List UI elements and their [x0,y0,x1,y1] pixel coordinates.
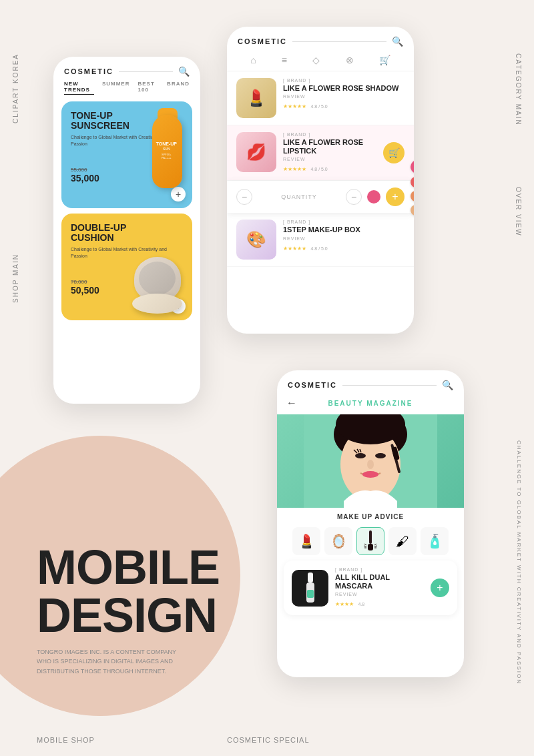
phone1-product1-card: TONE-UP SUNSCREEN Challenge to Global Ma… [61,101,192,208]
phone2-nav-circle-icon[interactable]: ⊗ [346,55,354,65]
phone1-product2-title2: CUSHION [71,233,183,243]
phone3-product-card: [ BRAND ] ALL KILL DUAL MASCARA REVIEW ★… [284,560,457,615]
phone3-makeup-products-row: 💄 🪞 🖌 🧴 [277,524,464,560]
phone3-product-review-label: REVIEW [335,592,424,597]
svg-rect-14 [368,544,373,550]
phone1-search-line [119,71,173,72]
phone2-search-icon[interactable]: 🔍 [392,36,403,47]
phone3-product-name: ALL KILL DUAL MASCARA [335,573,424,591]
phone2-swatch3[interactable] [411,191,414,202]
phone2-nav-menu-icon[interactable]: ≡ [282,55,287,65]
phone2-product3-tag: [ BRAND ] [283,220,405,224]
svg-point-4 [375,453,386,458]
phone2-nav-icons: ⌂ ≡ ◇ ⊗ 🛒 [227,51,414,71]
phone3-mockup: COSMETIC 🔍 ← BEAUTY MAGAZINE [277,370,464,677]
phone3-makeup-tube-icon[interactable]: 🧴 [421,527,449,555]
phone1-nav-new-trends[interactable]: NEW TRENDS [64,81,94,95]
phone3-makeup-foundation-icon[interactable]: 🪞 [324,527,352,555]
phone3-product-stars: ★★★★ [335,601,354,607]
svg-line-18 [374,544,376,545]
phone1-header: COSMETIC 🔍 [53,57,200,81]
mobile-design-section: MOBILE DESIGN TONGRO IMAGES INC. IS A CO… [37,543,220,676]
mobile-design-title-line1: MOBILE [37,543,220,591]
phone3-hero-image [277,414,464,508]
phone2-qty-minus2-btn[interactable]: − [346,189,362,205]
phone2-product3-review-label: REVIEW [283,236,405,241]
phone3-search-icon[interactable]: 🔍 [442,380,453,390]
phone2-product1-rating: ★★★★★ 4.8 / 5.0 [283,99,405,111]
svg-rect-13 [369,530,372,544]
phone3-header: COSMETIC 🔍 [277,370,464,394]
phone2-nav-cart-icon[interactable]: 🛒 [379,55,390,65]
svg-line-19 [374,546,377,546]
svg-point-9 [362,471,378,478]
phone3-back-btn[interactable]: ← [286,397,297,409]
phone1-nav-brand[interactable]: BRAND [167,81,190,95]
phone1-nav-summer[interactable]: SUMMER [102,81,130,95]
phone2-qty-minus-btn[interactable]: − [236,189,252,205]
phone2-color-swatches [411,160,414,216]
phone3-add-btn[interactable]: + [431,579,449,597]
phone1-cushion-illustration [129,257,189,317]
phone2-nav-diamond-icon[interactable]: ◇ [312,55,320,65]
phone3-search-line [342,385,437,386]
phone3-makeup-mascara-icon[interactable] [356,527,384,555]
phone2-product3-rating-value: 4.8 / 5.0 [310,246,327,251]
phone2-product2-img-inner: 💋 [236,132,276,172]
phone2-swatch1[interactable] [411,160,414,173]
phone3-brand: COSMETIC [288,381,337,389]
phone2-swatch2[interactable] [411,177,414,187]
phone1-nav: NEW TRENDS SUMMER BEST 100 BRAND [53,81,200,101]
phone2-header: COSMETIC 🔍 [227,27,414,51]
phone2-product1-tag: [ BRAND ] [283,78,405,83]
phone2-product1-rating-value: 4.8 / 5.0 [310,104,327,109]
phone2-product1-stars: ★★★★★ [283,103,306,109]
phone2-product2-rating-value: 4.8 / 5.0 [310,167,327,171]
phone2-product2-name: LIKE A FLOWER ROSE LIPSTICK [283,138,376,155]
phone2-product3-rating: ★★★★★ 4.8 / 5.0 [283,241,405,253]
phone2-product2-image: 💋 [236,132,276,172]
phone3-makeup-lipstick-icon[interactable]: 💄 [292,527,320,555]
mobile-design-title-line2: DESIGN [37,591,220,639]
phone2-qty-label: QUANTITY [258,194,340,200]
phone3-product-rating-row: ★★★★ 4.8 [335,597,424,609]
phone2-product2-rating: ★★★★★ 4.8 / 5.0 [283,161,376,173]
phone2-product3-stars: ★★★★★ [283,246,306,252]
phone1-product2-title1: DOUBLE-UP [71,223,183,233]
side-label-challenge: CHALLENGE TO GLOBAL MARKET WITH CREATIVI… [516,440,522,685]
phone1-nav-best100[interactable]: BEST 100 [138,81,159,95]
phone2-product1-review-label: REVIEW [283,94,405,99]
phone2-qty-add-btn[interactable]: + [386,187,405,206]
svg-point-3 [355,453,366,458]
mascara-brush-svg [363,530,378,552]
phone2-product1-img-inner: 💄 [236,78,276,118]
phone1-product2-card: DOUBLE-UP CUSHION Challenge to Global Ma… [61,214,192,320]
svg-line-15 [364,544,366,545]
phone2-product3-info: [ BRAND ] 1STEP MAKE-UP BOX REVIEW ★★★★★… [283,220,405,260]
phone3-product-info: [ BRAND ] ALL KILL DUAL MASCARA REVIEW ★… [335,567,424,609]
side-label-category-main: CATEGORY MAIN [515,53,522,126]
phone3-mascara-svg [297,571,324,605]
phone2-product1-item: 💄 [ BRAND ] LIKE A FLOWER ROSE SHADOW RE… [227,71,414,125]
phone1-brand: COSMETIC [64,67,113,75]
phone2-product2-review-label: REVIEW [283,157,376,161]
mobile-design-description: TONGRO IMAGES INC. IS A CONTENT COMPANY … [37,647,190,676]
phone2-selected-color-dot [367,190,380,204]
side-label-clipart-korea: CLIPART KOREA [12,53,19,123]
phone2-product2-item: 💋 [ BRAND ] LIKE A FLOWER ROSE LIPSTICK … [227,125,414,181]
phone1-search-icon[interactable]: 🔍 [178,66,190,77]
bottom-label-cosmetic-special: COSMETIC SPECIAL [227,736,310,744]
phone1-sunscreen-illustration: TONE-UP SUN SPF50+PA++++ [142,108,186,195]
phone2-product1-image: 💄 [236,78,276,118]
phone3-sub-header: ← BEAUTY MAGAZINE [277,394,464,414]
phone2-swatch4[interactable] [411,205,414,216]
phone3-makeup-brush-icon[interactable]: 🖌 [388,527,417,555]
phone2-product2-cart-btn[interactable]: 🛒 [383,142,405,163]
phone2-product2-tag: [ BRAND ] [283,132,376,137]
svg-rect-21 [308,573,313,583]
phone2-quantity-bar: − QUANTITY − + [227,181,414,213]
svg-point-8 [367,460,374,469]
phone2-nav-home-icon[interactable]: ⌂ [250,55,256,65]
bottom-label-mobile-shop: MOBILE SHOP [37,736,95,744]
phone3-hero-illustration [304,414,437,508]
